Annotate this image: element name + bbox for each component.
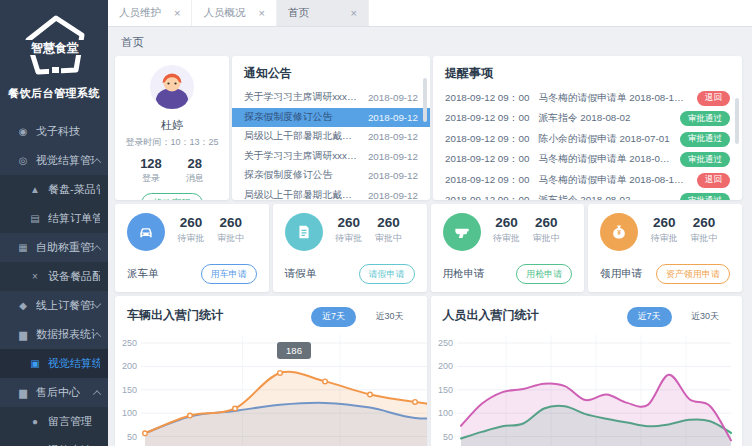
close-icon[interactable]: × (350, 7, 356, 19)
chevron-icon (93, 300, 101, 308)
range-30d-button[interactable]: 近30天 (680, 307, 730, 327)
tab[interactable]: 人员概况 × (192, 0, 276, 26)
breadcrumb: 首页 (108, 27, 752, 56)
stat-card: 260 待审批 260 审批中 派车单 用车申请 (115, 204, 269, 292)
svg-text:150: 150 (437, 384, 452, 394)
stat-card-top: 260 待审批 260 审批中 (127, 213, 257, 251)
main-area: 人员维护 × 人员概况 × 首页 × 首页 杜婷 (108, 0, 752, 446)
apply-button[interactable]: 请假申请 (359, 264, 415, 284)
reminder-text: 派车指令 2018-08-02 (538, 112, 671, 125)
range-7d-button[interactable]: 近7天 (627, 307, 672, 327)
range-30d-button[interactable]: 近30天 (364, 307, 414, 327)
notice-row[interactable]: 探亲假制度修订公告 2018-09-12 (232, 166, 430, 186)
notice-row[interactable]: 关于学习习主席调研xxx时发表的重要讲话... 2018-09-12 (232, 88, 430, 108)
sidebar-item-settlement-order[interactable]: ▤ 结算订单管理 (0, 204, 108, 233)
pending-value: 260 (493, 215, 520, 230)
stat-card-bottom: 请假单 请假申请 (285, 264, 415, 284)
login-count-value: 128 (140, 156, 162, 171)
reminder-time: 2018-09-12 09：00 (445, 92, 529, 105)
svg-text:250: 250 (437, 338, 452, 348)
company-icon: ◉ (16, 126, 30, 137)
change-password-button[interactable]: 修改密码 (141, 193, 203, 200)
pending-label: 待审批 (651, 232, 678, 245)
stat-card-numbers: 260 待审批 260 审批中 (323, 215, 415, 245)
sidebar-item-vision-settlement[interactable]: ◎ 视觉结算管理 (0, 146, 108, 175)
svg-text:100: 100 (122, 408, 137, 418)
stat-card-numbers: 260 待审批 260 审批中 (481, 215, 573, 245)
stat-card: 260 待审批 260 审批中 请假单 请假申请 (273, 204, 427, 292)
processing-label: 审批中 (375, 232, 402, 245)
sidebar-item-report-stats[interactable]: ▆ 数据报表统计 (0, 320, 108, 349)
notice-row[interactable]: 关于学习习主席调研xxx时发表的重要讲话... 2018-09-12 (232, 147, 430, 167)
sidebar-item-visual-stats[interactable]: ▣ 视觉结算统计 (0, 349, 108, 378)
notice-row[interactable]: 局级以上干部暑期北戴河度假通知 2018-09-12 (232, 127, 430, 147)
reminders-scrollbar[interactable] (735, 98, 739, 144)
pending-value: 260 (651, 215, 678, 230)
vision-settlement-icon: ◎ (16, 155, 30, 166)
reminder-row[interactable]: 2018-09-12 09：00 马冬梅的请假申请单 2018-08-10 审批… (433, 88, 742, 109)
sidebar-item-self-weighing[interactable]: ▦ 自助称重管理 (0, 233, 108, 262)
notice-row[interactable]: 局级以上干部暑期北戴河度假通知 2018-09-12 (232, 186, 430, 201)
logo: 智慧食堂 餐饮后台管理系统 (0, 0, 108, 101)
top-row: 杜婷 登录时间：10：13：25 128 登录 28 消息 修改密码 (115, 56, 742, 200)
processing-value: 260 (375, 215, 402, 230)
money-bag-icon: ¥ (600, 213, 638, 251)
processing-value: 260 (217, 215, 244, 230)
sidebar-item-company[interactable]: ◉ 戈子科技 (0, 117, 108, 146)
status-badge: 审批通过 (680, 111, 730, 126)
sidebar-item-plate-dish[interactable]: ▲ 餐盘-菜品管理 (0, 175, 108, 204)
sidebar-item-label: 自助称重管理 (36, 240, 94, 255)
notice-date: 2018-09-12 (368, 92, 418, 103)
apply-button[interactable]: 用枪申请 (516, 264, 572, 284)
reminder-row[interactable]: 2018-09-12 09：00 马冬梅的请假申请单 2018-08-10 审批… (433, 150, 742, 171)
svg-text:150: 150 (122, 384, 137, 394)
pending-stat: 260 待审批 (335, 215, 362, 245)
pending-value: 260 (335, 215, 362, 230)
sidebar-item-device-config[interactable]: × 设备餐品配置 (0, 262, 108, 291)
pending-stat: 260 待审批 (178, 215, 205, 245)
user-profile-card: 杜婷 登录时间：10：13：25 128 登录 28 消息 修改密码 (115, 56, 229, 200)
tab[interactable]: 首页 × (277, 0, 369, 26)
pending-label: 待审批 (178, 232, 205, 245)
reminder-row[interactable]: 2018-09-12 09：00 派车指令 2018-08-02 审批通过 (433, 191, 742, 201)
reminder-row[interactable]: 2018-09-12 09：00 派车指令 2018-08-02 审批通过 (433, 109, 742, 130)
login-time: 登录时间：10：13：25 (115, 136, 229, 149)
notice-text: 关于学习习主席调研xxx时发表的重要讲话... (244, 91, 360, 104)
sidebar-item-label: 数据报表统计 (36, 327, 94, 342)
svg-text:200: 200 (437, 361, 452, 371)
stat-card-top: ¥ 260 待审批 260 审批中 (600, 213, 730, 251)
visual-stats-icon: ▣ (28, 358, 42, 369)
reminder-time: 2018-09-12 09：00 (445, 194, 529, 200)
stat-card-title: 请假单 (285, 267, 317, 281)
processing-value: 260 (533, 215, 560, 230)
reminder-time: 2018-09-12 09：00 (445, 153, 529, 166)
range-7d-button[interactable]: 近7天 (311, 307, 356, 327)
sidebar-item-message[interactable]: ● 留言管理 (0, 407, 108, 436)
chart-title: 车辆出入营门统计 (127, 307, 223, 324)
svg-text:50: 50 (127, 431, 137, 441)
svg-text:100: 100 (437, 408, 452, 418)
close-icon[interactable]: × (258, 7, 264, 19)
sidebar-item-online-order[interactable]: ◆ 线上订餐管理 (0, 291, 108, 320)
apply-button[interactable]: 用车申请 (201, 264, 257, 284)
reminder-time: 2018-09-12 09：00 (445, 112, 529, 125)
reminder-row[interactable]: 2018-09-12 09：00 马冬梅的请假申请单 2018-08-10 审批… (433, 170, 742, 191)
sidebar-item-label: 结算订单管理 (48, 211, 100, 226)
status-badge: 审批通过 (680, 193, 730, 200)
apply-button[interactable]: 资产领用申请 (656, 264, 730, 284)
notices-scrollbar[interactable] (423, 78, 427, 122)
reminder-text: 派车指令 2018-08-02 (538, 194, 671, 200)
stat-card-top: 260 待审批 260 审批中 (285, 213, 415, 251)
status-badge: 退回 (697, 91, 730, 106)
tab-label: 人员概况 (203, 6, 245, 20)
sidebar-item-aftersale[interactable]: ▆ 售后中心 (0, 378, 108, 407)
sidebar-menu: ◉ 戈子科技 ◎ 视觉结算管理 ▲ 餐盘-菜品管理 ▤ 结算订单管理 ▦ 自助称… (0, 117, 108, 446)
close-icon[interactable]: × (174, 7, 180, 19)
reminder-row[interactable]: 2018-09-12 09：00 陈小余的请假申请 2018-07-01 审批通… (433, 129, 742, 150)
sidebar-item-refund[interactable]: ◔ 退款申请 (0, 436, 108, 446)
reminder-text: 马冬梅的请假申请单 2018-08-10 (538, 153, 671, 166)
tab[interactable]: 人员维护 × (108, 0, 192, 26)
sidebar-item-label: 设备餐品配置 (48, 269, 100, 284)
notice-row[interactable]: 探亲假制度修订公告 2018-09-12 (232, 108, 430, 128)
processing-label: 审批中 (217, 232, 244, 245)
